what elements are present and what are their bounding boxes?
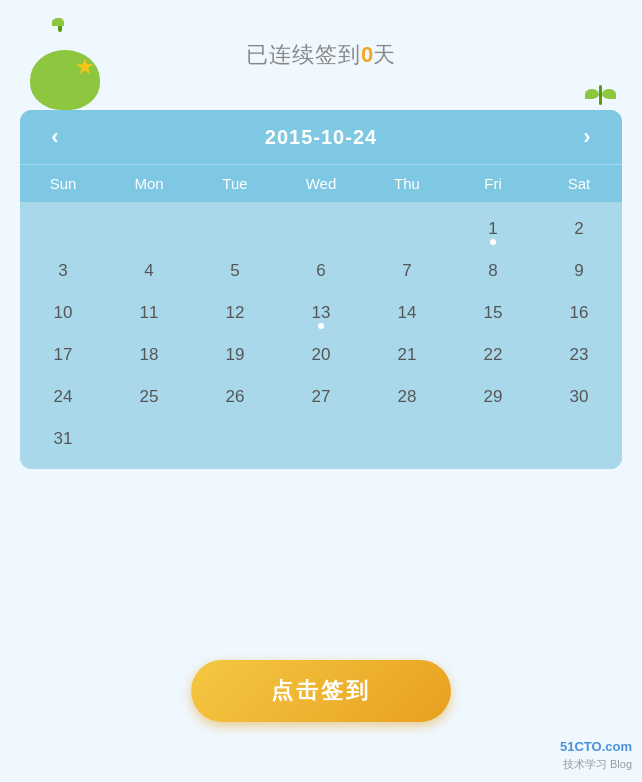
cal-day[interactable]: 9	[536, 249, 622, 291]
cal-day	[106, 417, 192, 459]
cal-day[interactable]: 14	[364, 291, 450, 333]
cal-day[interactable]: 10	[20, 291, 106, 333]
cal-day[interactable]: 21	[364, 333, 450, 375]
star-icon: ★	[75, 54, 95, 80]
day-header-sat: Sat	[536, 165, 622, 202]
cal-day[interactable]: 23	[536, 333, 622, 375]
day-header-wed: Wed	[278, 165, 364, 202]
streak-count: 0	[361, 42, 373, 67]
streak-unit: 天	[373, 42, 396, 67]
cal-day[interactable]: 22	[450, 333, 536, 375]
top-area: ★ 已连续签到0天	[0, 0, 642, 110]
cal-day	[106, 207, 192, 249]
day-header-thu: Thu	[364, 165, 450, 202]
checkin-dot	[490, 239, 496, 245]
sprout-leaf-right	[602, 89, 616, 99]
calendar-body: 1234567891011121314151617181920212223242…	[20, 202, 622, 469]
cal-day[interactable]: 8	[450, 249, 536, 291]
cal-day[interactable]: 2	[536, 207, 622, 249]
calendar-grid: 1234567891011121314151617181920212223242…	[20, 207, 622, 459]
bottom-area: 点击签到	[0, 660, 642, 722]
sprout-decoration	[58, 18, 62, 32]
cal-day	[364, 417, 450, 459]
cal-day[interactable]: 11	[106, 291, 192, 333]
cal-day[interactable]: 25	[106, 375, 192, 417]
cal-day	[278, 207, 364, 249]
cal-day	[364, 207, 450, 249]
cal-day	[536, 417, 622, 459]
cal-day[interactable]: 1	[450, 207, 536, 249]
prev-month-button[interactable]: ‹	[40, 124, 70, 150]
cal-day	[192, 207, 278, 249]
cal-day[interactable]: 7	[364, 249, 450, 291]
cal-day[interactable]: 17	[20, 333, 106, 375]
cal-day[interactable]: 5	[192, 249, 278, 291]
cal-day	[450, 417, 536, 459]
cal-day[interactable]: 30	[536, 375, 622, 417]
streak-label: 已连续签到	[246, 42, 361, 67]
cal-day[interactable]: 31	[20, 417, 106, 459]
sprout-leaf-left	[585, 89, 599, 99]
cal-day[interactable]: 13	[278, 291, 364, 333]
cal-day[interactable]: 6	[278, 249, 364, 291]
cal-day[interactable]: 4	[106, 249, 192, 291]
cal-day[interactable]: 15	[450, 291, 536, 333]
cal-day[interactable]: 28	[364, 375, 450, 417]
right-sprout-decoration	[599, 85, 602, 105]
streak-display: 已连续签到0天	[246, 40, 396, 70]
calendar-title: 2015-10-24	[265, 126, 377, 149]
checkin-button[interactable]: 点击签到	[191, 660, 451, 722]
day-header-mon: Mon	[106, 165, 192, 202]
cal-day[interactable]: 3	[20, 249, 106, 291]
watermark-site: 51CTO.com	[560, 738, 632, 756]
cal-day[interactable]: 16	[536, 291, 622, 333]
day-header-tue: Tue	[192, 165, 278, 202]
cal-day	[20, 207, 106, 249]
day-header-sun: Sun	[20, 165, 106, 202]
cal-day	[192, 417, 278, 459]
cal-day[interactable]: 29	[450, 375, 536, 417]
cal-day[interactable]: 19	[192, 333, 278, 375]
cal-day[interactable]: 12	[192, 291, 278, 333]
watermark: 51CTO.com 技术学习 Blog	[560, 738, 632, 772]
watermark-subtitle: 技术学习 Blog	[560, 757, 632, 772]
calendar-header: ‹ 2015-10-24 ›	[20, 110, 622, 164]
cal-day[interactable]: 20	[278, 333, 364, 375]
next-month-button[interactable]: ›	[572, 124, 602, 150]
calendar: ‹ 2015-10-24 › SunMonTueWedThuFriSat 123…	[20, 110, 622, 469]
cal-day[interactable]: 24	[20, 375, 106, 417]
cal-day[interactable]: 18	[106, 333, 192, 375]
cal-day[interactable]: 27	[278, 375, 364, 417]
checkin-dot	[318, 323, 324, 329]
day-header-fri: Fri	[450, 165, 536, 202]
day-headers: SunMonTueWedThuFriSat	[20, 164, 622, 202]
cal-day	[278, 417, 364, 459]
cal-day[interactable]: 26	[192, 375, 278, 417]
